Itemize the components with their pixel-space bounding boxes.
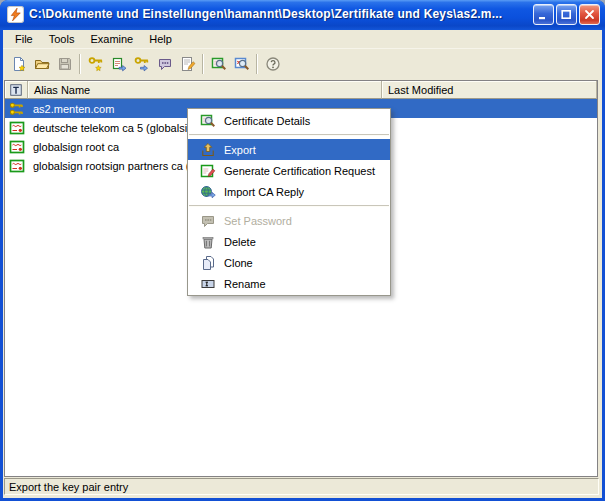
question-mark-icon bbox=[265, 56, 281, 72]
trusted-certificate-icon bbox=[9, 158, 25, 174]
menu-item-delete[interactable]: Delete bbox=[188, 231, 390, 252]
column-header-alias[interactable]: Alias Name bbox=[28, 81, 382, 99]
globe-arrow-icon bbox=[200, 184, 216, 200]
row-last-modified bbox=[382, 137, 597, 156]
application-window: C:\Dokumente und Einstellungen\hamannt\D… bbox=[0, 0, 605, 501]
row-last-modified bbox=[382, 156, 597, 175]
save-keystore-button bbox=[53, 53, 76, 76]
menu-tools[interactable]: Tools bbox=[41, 31, 83, 48]
examine-certificate-button[interactable] bbox=[207, 53, 230, 76]
new-keystore-button[interactable] bbox=[7, 53, 30, 76]
magnifier-certificate-icon bbox=[211, 56, 227, 72]
new-document-icon bbox=[11, 56, 27, 72]
set-keystore-password-button[interactable] bbox=[153, 53, 176, 76]
keystore-report-button[interactable] bbox=[176, 53, 199, 76]
toolbar bbox=[3, 49, 602, 79]
menu-bar: File Tools Examine Help bbox=[3, 30, 602, 49]
column-header-type[interactable] bbox=[5, 81, 28, 99]
examine-crl-button[interactable] bbox=[230, 53, 253, 76]
menu-item-rename[interactable]: Rename bbox=[188, 273, 390, 294]
open-keystore-button[interactable] bbox=[30, 53, 53, 76]
menu-file[interactable]: File bbox=[7, 31, 41, 48]
maximize-button[interactable] bbox=[556, 4, 577, 25]
copy-pages-icon bbox=[200, 255, 216, 271]
magnifier-certificate-icon bbox=[200, 113, 216, 129]
toolbar-separator bbox=[202, 54, 204, 74]
status-bar: Export the key pair entry bbox=[4, 478, 599, 495]
key-arrow-icon bbox=[134, 56, 150, 72]
speech-bubble-icon bbox=[200, 213, 216, 229]
window-title: C:\Dokumente und Einstellungen\hamannt\D… bbox=[29, 7, 527, 21]
column-header-last-modified[interactable]: Last Modified bbox=[382, 81, 597, 99]
context-menu: Certificate Details Export Generate Cert… bbox=[187, 108, 391, 296]
speech-bubble-icon bbox=[157, 56, 173, 72]
app-icon bbox=[7, 6, 24, 23]
export-arrow-icon bbox=[200, 142, 216, 158]
import-key-pair-button[interactable] bbox=[130, 53, 153, 76]
report-pencil-icon bbox=[180, 56, 196, 72]
menu-item-set-password: Set Password bbox=[188, 210, 390, 231]
trusted-certificate-icon bbox=[9, 120, 25, 136]
row-last-modified bbox=[382, 118, 597, 137]
key-pair-icon bbox=[9, 101, 25, 117]
toolbar-separator bbox=[256, 54, 258, 74]
toolbar-separator bbox=[79, 54, 81, 74]
close-button[interactable] bbox=[579, 4, 600, 25]
menu-item-clone[interactable]: Clone bbox=[188, 252, 390, 273]
save-floppy-icon bbox=[57, 56, 73, 72]
menu-examine[interactable]: Examine bbox=[82, 31, 141, 48]
magnifier-crl-icon bbox=[234, 56, 250, 72]
trash-icon bbox=[200, 234, 216, 250]
row-last-modified bbox=[382, 99, 597, 118]
certificate-pencil-icon bbox=[200, 163, 216, 179]
table-header: Alias Name Last Modified bbox=[5, 81, 597, 99]
status-text: Export the key pair entry bbox=[9, 481, 128, 493]
title-bar[interactable]: C:\Dokumente und Einstellungen\hamannt\D… bbox=[0, 0, 605, 30]
open-folder-icon bbox=[34, 56, 50, 72]
help-button[interactable] bbox=[261, 53, 284, 76]
trusted-certificate-icon bbox=[9, 139, 25, 155]
import-trusted-certificate-button[interactable] bbox=[107, 53, 130, 76]
minimize-button[interactable] bbox=[533, 4, 554, 25]
menu-item-import-ca-reply[interactable]: Import CA Reply bbox=[188, 181, 390, 202]
menu-help[interactable]: Help bbox=[141, 31, 180, 48]
menu-item-generate-certification-request[interactable]: Generate Certification Request bbox=[188, 160, 390, 181]
menu-separator bbox=[189, 205, 389, 207]
rename-box-icon bbox=[200, 276, 216, 292]
menu-item-certificate-details[interactable]: Certificate Details bbox=[188, 110, 390, 131]
type-column-icon bbox=[9, 83, 23, 97]
generate-key-pair-button[interactable] bbox=[84, 53, 107, 76]
menu-separator bbox=[189, 134, 389, 136]
certificate-arrow-icon bbox=[111, 56, 127, 72]
menu-item-export[interactable]: Export bbox=[188, 139, 390, 160]
key-star-icon bbox=[88, 56, 104, 72]
